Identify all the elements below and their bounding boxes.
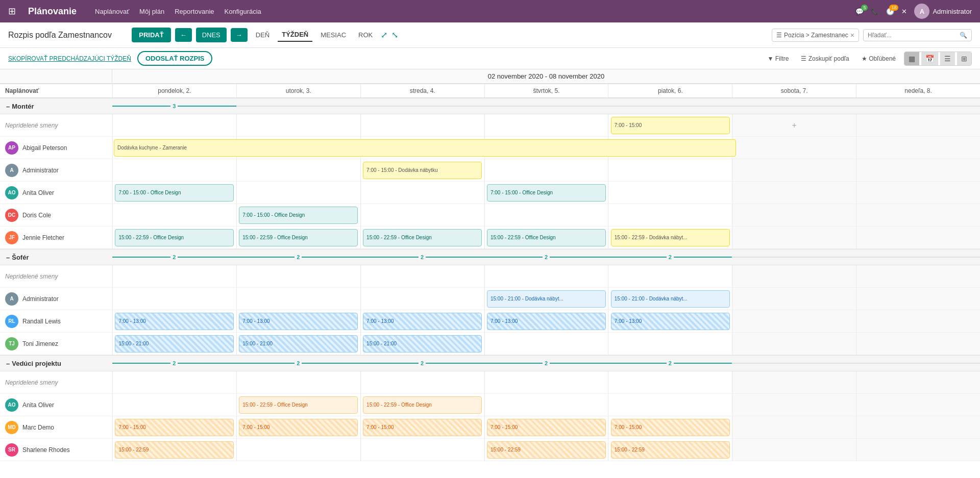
shift-block[interactable]: 15:00 - 22:59 — [487, 441, 606, 459]
day-cell-sun[interactable] — [856, 137, 980, 159]
view-kanban-button[interactable]: ⊞ — [957, 52, 971, 65]
day-cell-wed[interactable] — [360, 204, 484, 226]
day-cell-thu[interactable] — [484, 159, 608, 181]
day-cell-sun[interactable] — [856, 114, 980, 136]
day-cell-sun[interactable] — [856, 204, 980, 226]
shift-block[interactable]: 15:00 - 22:59 - Office Design — [239, 229, 358, 246]
today-button[interactable]: DNES — [196, 28, 227, 42]
day-cell-fri[interactable] — [608, 204, 732, 226]
expand2-button[interactable]: ⤡ — [391, 30, 398, 40]
search-bar[interactable]: 🔍 — [863, 29, 972, 41]
chat-icon[interactable]: 💬5 — [855, 8, 864, 15]
shift-block[interactable]: 15:00 - 21:00 — [115, 335, 234, 353]
app-grid-icon[interactable]: ⊞ — [8, 6, 16, 17]
add-shift-button[interactable]: + — [792, 121, 797, 130]
day-cell-thu[interactable]: 15:00 - 21:00 - Dodávka nábyt... — [484, 288, 608, 310]
day-cell-sat[interactable]: + — [732, 114, 856, 136]
shift-block[interactable]: 7:00 - 15:00 — [611, 117, 730, 134]
phone-icon[interactable]: 📞 — [871, 8, 879, 15]
day-cell-sat[interactable] — [732, 288, 856, 310]
day-view-button[interactable]: DEŇ — [252, 29, 274, 41]
day-cell-mon[interactable]: 15:00 - 22:59 — [112, 439, 236, 461]
day-cell-sat[interactable] — [732, 310, 856, 332]
nav-config[interactable]: Konfigurácia — [225, 8, 261, 15]
day-cell-mon[interactable]: Dodávka kuchyne - Zameranie — [112, 137, 236, 159]
day-cell-mon[interactable] — [112, 159, 236, 181]
day-cell-tue[interactable] — [236, 439, 360, 461]
day-cell-mon[interactable]: 7:00 - 15:00 - Office Design — [112, 182, 236, 204]
day-cell-fri[interactable] — [608, 333, 732, 355]
day-cell-wed[interactable] — [360, 439, 484, 461]
send-schedule-button[interactable]: ODOSLAŤ ROZPIS — [137, 51, 213, 66]
shift-block[interactable]: Dodávka kuchyne - Zameranie — [114, 139, 736, 157]
shift-block[interactable]: 15:00 - 21:00 - Dodávka nábyt... — [487, 290, 606, 308]
view-list-button[interactable]: ☰ — [940, 52, 955, 65]
day-cell-thu[interactable]: 7:00 - 13:00 — [484, 310, 608, 332]
day-cell-sun[interactable] — [856, 288, 980, 310]
filter-remove-button[interactable]: × — [850, 31, 854, 39]
day-cell-sun[interactable] — [856, 227, 980, 248]
day-cell-mon[interactable]: 15:00 - 22:59 - Office Design — [112, 227, 236, 248]
day-cell-sun[interactable] — [856, 394, 980, 416]
day-cell-wed[interactable] — [360, 371, 484, 393]
day-cell-thu[interactable] — [484, 114, 608, 136]
day-cell-thu[interactable] — [484, 371, 608, 393]
search-input[interactable] — [868, 32, 960, 39]
day-cell-fri[interactable] — [608, 182, 732, 204]
day-cell-mon[interactable]: 15:00 - 21:00 — [112, 333, 236, 355]
day-cell-wed[interactable] — [360, 182, 484, 204]
shift-block[interactable]: 7:00 - 15:00 - Office Design — [115, 184, 234, 202]
favorites-button[interactable]: ★ Obľúbené — [857, 52, 900, 66]
day-cell-sat[interactable] — [732, 333, 856, 355]
day-cell-sat[interactable] — [732, 371, 856, 393]
nav-report[interactable]: Reportovanie — [175, 8, 214, 15]
day-cell-fri[interactable] — [608, 265, 732, 287]
month-view-button[interactable]: MESIAC — [316, 29, 350, 41]
shift-block[interactable]: 15:00 - 22:59 - Office Design — [487, 229, 606, 246]
view-grid-button[interactable]: ▦ — [904, 52, 919, 65]
day-cell-sun[interactable] — [856, 159, 980, 181]
day-cell-tue[interactable]: 15:00 - 22:59 - Office Design — [236, 394, 360, 416]
day-cell-tue[interactable] — [236, 371, 360, 393]
add-button[interactable]: PRIDAŤ — [132, 28, 170, 42]
day-cell-mon[interactable] — [112, 371, 236, 393]
shift-block[interactable]: 15:00 - 22:59 - Office Design — [363, 229, 482, 246]
day-cell-thu[interactable]: 7:00 - 15:00 — [484, 416, 608, 438]
shift-block[interactable]: 7:00 - 13:00 — [363, 313, 482, 330]
shift-block[interactable]: 7:00 - 13:00 — [115, 313, 234, 330]
day-cell-thu[interactable]: 15:00 - 22:59 - Office Design — [484, 227, 608, 248]
day-cell-wed[interactable]: 15:00 - 21:00 — [360, 333, 484, 355]
day-cell-mon[interactable] — [112, 288, 236, 310]
shift-block[interactable]: 7:00 - 13:00 — [239, 313, 358, 330]
day-cell-sat[interactable] — [732, 204, 856, 226]
day-cell-thu[interactable] — [484, 204, 608, 226]
day-cell-sat[interactable] — [732, 439, 856, 461]
day-cell-fri[interactable]: 15:00 - 22:59 — [608, 439, 732, 461]
day-cell-thu[interactable]: 7:00 - 15:00 - Office Design — [484, 182, 608, 204]
nav-schedule[interactable]: Naplánovať — [95, 8, 129, 15]
prev-button[interactable]: ← — [175, 28, 192, 42]
day-cell-mon[interactable]: 7:00 - 13:00 — [112, 310, 236, 332]
day-cell-sun[interactable] — [856, 371, 980, 393]
shift-block[interactable]: 15:00 - 21:00 - Dodávka nábyt... — [611, 290, 730, 308]
shift-block[interactable]: 15:00 - 22:59 - Dodávka nábyt... — [611, 229, 730, 246]
day-cell-wed[interactable]: 7:00 - 13:00 — [360, 310, 484, 332]
day-cell-wed[interactable] — [360, 288, 484, 310]
shift-block[interactable]: 15:00 - 22:59 — [611, 441, 730, 459]
day-cell-mon[interactable] — [112, 114, 236, 136]
shift-block[interactable]: 7:00 - 13:00 — [487, 313, 606, 330]
day-cell-sun[interactable] — [856, 416, 980, 438]
day-cell-sat[interactable] — [732, 394, 856, 416]
day-cell-fri[interactable] — [608, 371, 732, 393]
shift-block[interactable]: 7:00 - 15:00 - Dodávka nábytku — [363, 162, 482, 179]
day-cell-sun[interactable] — [856, 182, 980, 204]
expand1-button[interactable]: ⤢ — [381, 30, 387, 40]
day-cell-sat[interactable] — [732, 159, 856, 181]
shift-block[interactable]: 15:00 - 22:59 - Office Design — [363, 396, 482, 414]
clock-icon[interactable]: 🕐18 — [886, 8, 894, 15]
close-icon[interactable]: ✕ — [901, 8, 907, 15]
search-icon[interactable]: 🔍 — [960, 32, 967, 39]
day-cell-fri[interactable] — [608, 159, 732, 181]
day-cell-fri[interactable]: 15:00 - 21:00 - Dodávka nábyt... — [608, 288, 732, 310]
day-cell-sat[interactable] — [732, 416, 856, 438]
